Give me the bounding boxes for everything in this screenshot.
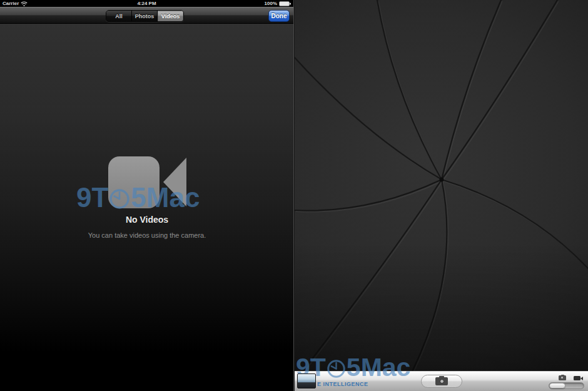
clock-label: 4:24 PM (0, 1, 293, 6)
empty-state-message: You can take videos using the camera. (0, 231, 294, 239)
video-camera-lens-icon (163, 158, 186, 206)
camera-shutter-icon (435, 377, 448, 385)
done-button[interactable]: Done (268, 10, 290, 22)
video-camera-icon (108, 156, 160, 208)
shutter-button[interactable] (421, 375, 462, 388)
segment-videos[interactable]: Videos (158, 11, 183, 21)
camera-roll-thumbnail[interactable] (297, 373, 316, 388)
videos-empty-pane: Carrier 4:24 PM 100% All Photos (0, 0, 294, 391)
photo-video-toggle[interactable] (549, 382, 584, 389)
camera-shutter-pane: 9T 5Mac E INTELLIGENCE (294, 0, 588, 391)
screenshot-root: Carrier 4:24 PM 100% All Photos (0, 0, 588, 391)
empty-state-title: No Videos (0, 215, 294, 225)
camera-toolbar (295, 371, 588, 391)
watermark-prefix: 9T (76, 182, 108, 213)
mode-video-icon (574, 376, 580, 380)
iris-shutter-blades (295, 0, 588, 391)
status-bar: Carrier 4:24 PM 100% (0, 0, 293, 7)
mode-camera-icon (559, 375, 566, 380)
camera-lens-dot-icon (440, 379, 444, 383)
segment-photos[interactable]: Photos (132, 11, 158, 21)
toggle-knob[interactable] (549, 383, 565, 388)
photos-toolbar: All Photos Videos Done (0, 7, 293, 24)
segment-all[interactable]: All (106, 11, 132, 21)
media-filter-segmented-control: All Photos Videos (106, 10, 184, 22)
